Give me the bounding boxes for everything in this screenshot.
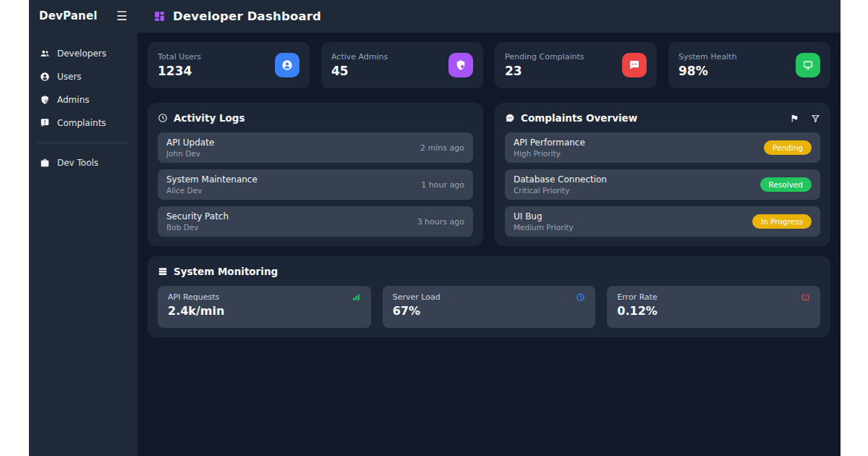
complaint-title: UI Bug [514, 211, 574, 221]
complaint-row[interactable]: UI Bug Medium Priority In Progress [505, 206, 820, 237]
bug-icon [801, 292, 810, 302]
complaint-title: Database Connection [514, 174, 607, 185]
log-user: John Dev [166, 149, 214, 158]
system-monitoring-panel: System Monitoring API Requests 2.4k/min [148, 256, 830, 337]
stat-value: 23 [505, 64, 584, 78]
users-icon [40, 72, 50, 82]
page-canvas: DevPanel ☰ Developers Users Admins [0, 0, 868, 456]
complaints-overview-panel: Complaints Overview API Performance High… [495, 103, 830, 246]
page-title: Developer Dashboard [173, 9, 321, 23]
metric-value: 2.4k/min [168, 304, 361, 318]
complaints-header: Complaints Overview [505, 112, 820, 124]
dashboard-content: Total Users 1234 Active Admins 45 [137, 33, 841, 347]
log-title: Security Patch [166, 211, 229, 221]
activity-logs-panel: Activity Logs API Update John Dev 2 mins… [148, 103, 483, 246]
log-user: Bob Dev [166, 223, 229, 232]
metrics-row: API Requests 2.4k/min Server Load 67% [158, 286, 820, 328]
stat-value: 45 [331, 64, 388, 78]
clock-icon [158, 113, 168, 123]
main-area: Developer Dashboard Total Users 1234 [137, 0, 841, 456]
status-badge: Resolved [760, 177, 812, 192]
log-user: Alice Dev [166, 186, 258, 195]
shield-icon [40, 95, 50, 105]
sidebar-item-label: Dev Tools [57, 158, 98, 168]
sidebar-item-label: Admins [57, 95, 90, 105]
sidebar-item-dev-tools[interactable]: Dev Tools [29, 152, 137, 174]
sidebar-item-admins[interactable]: Admins [29, 89, 137, 111]
sidebar-divider [38, 143, 129, 143]
metric-error-rate: Error Rate 0.12% [607, 286, 820, 328]
panel-title: Complaints Overview [521, 112, 637, 124]
metric-label: Error Rate [617, 292, 658, 302]
metric-server-load: Server Load 67% [383, 286, 596, 328]
complaint-priority: High Priority [514, 149, 585, 158]
metric-value: 67% [393, 304, 586, 318]
activity-log-row[interactable]: System Maintenance Alice Dev 1 hour ago [158, 169, 473, 200]
chat-bubble-icon [505, 113, 515, 123]
stats-row: Total Users 1234 Active Admins 45 [148, 42, 830, 88]
dashboard-grid-icon [153, 10, 166, 22]
complaint-title: API Performance [514, 138, 585, 148]
stat-label: Total Users [158, 52, 201, 62]
filter-icon[interactable] [811, 114, 820, 123]
panel-title: Activity Logs [174, 112, 245, 124]
top-header: Developer Dashboard [137, 0, 841, 33]
hamburger-menu-icon[interactable]: ☰ [116, 10, 127, 22]
monitor-icon [796, 53, 820, 77]
sidebar-item-label: Developers [57, 48, 106, 59]
sidebar-header: DevPanel ☰ [29, 0, 137, 30]
complaint-priority: Medium Priority [514, 223, 574, 232]
message-alert-icon [40, 118, 50, 128]
stat-card-pending-complaints: Pending Complaints 23 [495, 42, 657, 88]
sidebar-item-label: Users [57, 72, 82, 82]
stat-card-active-admins: Active Admins 45 [321, 42, 483, 88]
activity-log-row[interactable]: Security Patch Bob Dev 3 hours ago [158, 206, 473, 237]
stat-label: System Health [678, 52, 737, 62]
stat-label: Pending Complaints [505, 52, 584, 62]
log-time: 3 hours ago [417, 217, 464, 227]
shield-icon [448, 53, 473, 77]
log-title: System Maintenance [166, 174, 258, 185]
metric-label: API Requests [168, 292, 219, 302]
toolbox-icon [40, 158, 50, 168]
user-icon [275, 53, 299, 77]
stat-label: Active Admins [331, 52, 388, 62]
stat-card-system-health: System Health 98% [668, 42, 830, 88]
metric-value: 0.12% [617, 304, 810, 318]
stat-value: 1234 [158, 64, 201, 78]
sidebar-item-complaints[interactable]: Complaints [29, 112, 137, 134]
sidebar-nav: Developers Users Admins Complaints [29, 30, 137, 175]
log-time: 2 mins ago [420, 143, 464, 153]
status-badge: In Progress [752, 214, 812, 229]
sidebar-item-users[interactable]: Users [29, 66, 137, 88]
sidebar: DevPanel ☰ Developers Users Admins [29, 0, 137, 456]
status-badge: Pending [764, 140, 812, 155]
log-time: 1 hour ago [421, 180, 464, 190]
log-title: API Update [166, 138, 214, 148]
complaint-priority: Critical Priority [514, 186, 607, 195]
activity-logs-header: Activity Logs [158, 112, 473, 124]
server-icon [158, 266, 168, 276]
metric-label: Server Load [393, 292, 441, 302]
chat-icon [622, 53, 647, 77]
panel-title: System Monitoring [174, 266, 278, 277]
stat-value: 98% [678, 64, 737, 78]
bar-chart-icon [352, 292, 361, 302]
stat-card-total-users: Total Users 1234 [148, 42, 310, 88]
gauge-icon [576, 292, 585, 302]
sidebar-item-label: Complaints [57, 118, 106, 128]
developers-icon [40, 48, 50, 59]
metric-api-requests: API Requests 2.4k/min [158, 286, 371, 328]
complaint-row[interactable]: API Performance High Priority Pending [505, 132, 820, 163]
brand-title: DevPanel [39, 9, 98, 22]
panels-row: Activity Logs API Update John Dev 2 mins… [148, 103, 830, 246]
monitoring-header: System Monitoring [158, 266, 820, 277]
sidebar-item-developers[interactable]: Developers [29, 43, 137, 64]
complaint-row[interactable]: Database Connection Critical Priority Re… [505, 169, 820, 200]
activity-log-row[interactable]: API Update John Dev 2 mins ago [158, 132, 473, 163]
flag-icon[interactable] [790, 114, 799, 123]
app-window: DevPanel ☰ Developers Users Admins [29, 0, 841, 456]
